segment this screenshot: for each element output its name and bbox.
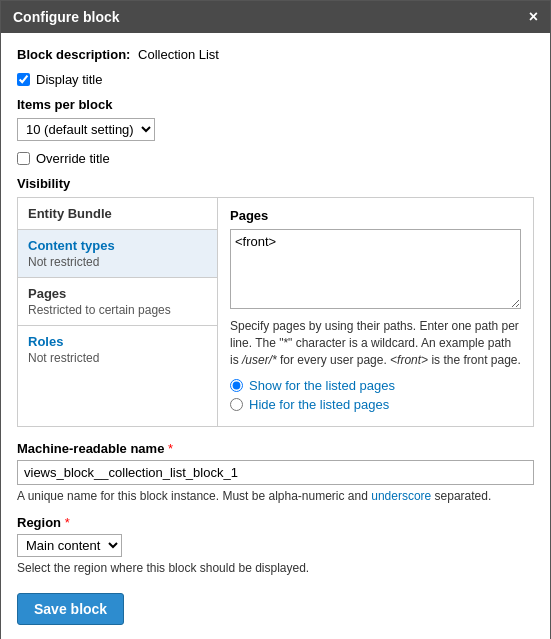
show-listed-row: Show for the listed pages [230, 378, 521, 393]
roles-title: Roles [28, 334, 207, 349]
show-listed-radio[interactable] [230, 379, 243, 392]
region-required: * [65, 515, 70, 530]
region-select[interactable]: Main content Header Footer Sidebar [17, 534, 122, 557]
region-label-row: Region * [17, 515, 534, 530]
content-types-title: Content types [28, 238, 207, 253]
items-per-block-select[interactable]: 10 (default setting) 5 15 20 [17, 118, 155, 141]
display-title-label: Display title [36, 72, 102, 87]
items-per-block-section: Items per block 10 (default setting) 5 1… [17, 97, 534, 141]
visibility-item-entity-bundle[interactable]: Entity Bundle [18, 198, 217, 230]
visibility-item-content-types[interactable]: Content types Not restricted [18, 230, 217, 278]
pages-right-label: Pages [230, 208, 521, 223]
override-title-row: Override title [17, 151, 534, 166]
machine-name-section: Machine-readable name * A unique name fo… [17, 441, 534, 503]
modal-title: Configure block [13, 9, 120, 25]
pages-sub: Restricted to certain pages [28, 303, 207, 317]
hide-listed-radio[interactable] [230, 398, 243, 411]
block-description-row: Block description: Collection List [17, 47, 534, 62]
visibility-left-panel: Entity Bundle Content types Not restrict… [18, 198, 218, 426]
visibility-section: Visibility Entity Bundle Content types N… [17, 176, 534, 427]
modal-header: Configure block × [1, 1, 550, 33]
machine-name-label-row: Machine-readable name * [17, 441, 534, 456]
entity-bundle-title: Entity Bundle [28, 206, 207, 221]
save-button-row: Save block [17, 587, 534, 625]
pages-radio-group: Show for the listed pages Hide for the l… [230, 378, 521, 412]
visibility-label: Visibility [17, 176, 534, 191]
visibility-container: Entity Bundle Content types Not restrict… [17, 197, 534, 427]
block-description-value: Collection List [138, 47, 219, 62]
pages-textarea[interactable]: <front> [230, 229, 521, 309]
content-types-sub: Not restricted [28, 255, 207, 269]
items-per-block-label: Items per block [17, 97, 534, 112]
save-block-button[interactable]: Save block [17, 593, 124, 625]
visibility-right-panel: Pages <front> Specify pages by using the… [218, 198, 533, 426]
pages-title: Pages [28, 286, 207, 301]
configure-block-modal: Configure block × Block description: Col… [0, 0, 551, 639]
hide-listed-label: Hide for the listed pages [249, 397, 389, 412]
region-section: Region * Main content Header Footer Side… [17, 515, 534, 575]
visibility-item-pages[interactable]: Pages Restricted to certain pages [18, 278, 217, 326]
close-button[interactable]: × [529, 9, 538, 25]
override-title-label: Override title [36, 151, 110, 166]
machine-name-help: A unique name for this block instance. M… [17, 489, 534, 503]
block-description-label: Block description: [17, 47, 130, 62]
machine-name-input[interactable] [17, 460, 534, 485]
display-title-row: Display title [17, 72, 534, 87]
visibility-item-roles[interactable]: Roles Not restricted [18, 326, 217, 373]
override-title-checkbox[interactable] [17, 152, 30, 165]
region-help: Select the region where this block shoul… [17, 561, 534, 575]
region-label: Region [17, 515, 61, 530]
hide-listed-row: Hide for the listed pages [230, 397, 521, 412]
display-title-checkbox[interactable] [17, 73, 30, 86]
modal-body: Block description: Collection List Displ… [1, 33, 550, 639]
show-listed-label: Show for the listed pages [249, 378, 395, 393]
pages-help-text: Specify pages by using their paths. Ente… [230, 318, 521, 368]
underscore-link[interactable]: underscore [371, 489, 431, 503]
machine-name-required: * [168, 441, 173, 456]
roles-sub: Not restricted [28, 351, 207, 365]
machine-name-label: Machine-readable name [17, 441, 164, 456]
